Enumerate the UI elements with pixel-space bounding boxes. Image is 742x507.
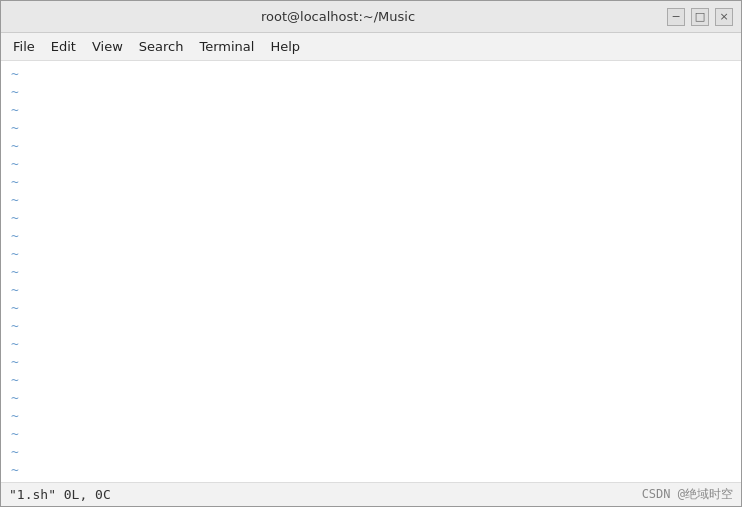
tilde-line: ~ <box>7 65 19 83</box>
line-numbers: ~~~~~~~~~~~~~~~~~~~~~~~ <box>1 61 25 482</box>
terminal-window: root@localhost:~/Music − □ × File Edit V… <box>0 0 742 507</box>
statusbar: "1.sh" 0L, 0C CSDN @绝域时空 <box>1 482 741 506</box>
menu-help[interactable]: Help <box>262 36 308 57</box>
menu-terminal[interactable]: Terminal <box>191 36 262 57</box>
tilde-line: ~ <box>7 173 19 191</box>
tilde-line: ~ <box>7 299 19 317</box>
window-controls: − □ × <box>667 8 733 26</box>
tilde-line: ~ <box>7 119 19 137</box>
tilde-line: ~ <box>7 83 19 101</box>
tilde-line: ~ <box>7 137 19 155</box>
tilde-line: ~ <box>7 425 19 443</box>
menu-file[interactable]: File <box>5 36 43 57</box>
tilde-line: ~ <box>7 281 19 299</box>
tilde-line: ~ <box>7 101 19 119</box>
tilde-line: ~ <box>7 353 19 371</box>
tilde-line: ~ <box>7 155 19 173</box>
tilde-line: ~ <box>7 209 19 227</box>
close-button[interactable]: × <box>715 8 733 26</box>
window-title: root@localhost:~/Music <box>261 9 415 24</box>
titlebar: root@localhost:~/Music − □ × <box>1 1 741 33</box>
tilde-line: ~ <box>7 461 19 479</box>
menu-view[interactable]: View <box>84 36 131 57</box>
tilde-line: ~ <box>7 191 19 209</box>
statusbar-left: "1.sh" 0L, 0C <box>9 487 111 502</box>
tilde-line: ~ <box>7 335 19 353</box>
tilde-line: ~ <box>7 263 19 281</box>
tilde-line: ~ <box>7 245 19 263</box>
menu-search[interactable]: Search <box>131 36 192 57</box>
maximize-button[interactable]: □ <box>691 8 709 26</box>
tilde-line: ~ <box>7 407 19 425</box>
statusbar-right: CSDN @绝域时空 <box>642 486 733 503</box>
tilde-line: ~ <box>7 317 19 335</box>
menu-edit[interactable]: Edit <box>43 36 84 57</box>
tilde-line: ~ <box>7 227 19 245</box>
editor-area[interactable]: ~~~~~~~~~~~~~~~~~~~~~~~ <box>1 61 741 482</box>
tilde-line: ~ <box>7 371 19 389</box>
editor-content[interactable] <box>25 61 741 482</box>
minimize-button[interactable]: − <box>667 8 685 26</box>
tilde-line: ~ <box>7 389 19 407</box>
tilde-line: ~ <box>7 443 19 461</box>
menubar: File Edit View Search Terminal Help <box>1 33 741 61</box>
